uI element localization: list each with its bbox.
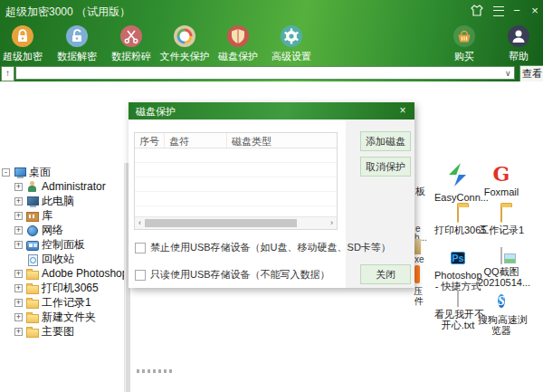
- clipped-icon-label: [137, 369, 175, 373]
- folder-icon: [26, 282, 39, 294]
- folder-tree: - 桌面 + Administrator + 此电脑 + 库 + 网络 + 控制…: [2, 165, 122, 339]
- tree-item-new-folder[interactable]: + 新建文件夹: [14, 310, 122, 324]
- tree-item-label: 网络: [42, 223, 63, 238]
- desktop-icon: [14, 167, 26, 178]
- folder-icon: [26, 297, 39, 309]
- close-dialog-button[interactable]: 关闭: [360, 264, 411, 284]
- address-input[interactable]: [15, 66, 515, 80]
- close-icon[interactable]: ×: [396, 104, 409, 117]
- expander-icon[interactable]: +: [14, 328, 23, 336]
- tree-item-label: 新建文件夹: [42, 310, 96, 325]
- window-chrome: 超级加密3000 （试用版） − × 超级加密 数据解密 数据粉碎 文件夹保护: [0, 0, 543, 81]
- view-button[interactable]: 查看: [519, 65, 543, 82]
- scroll-left-icon[interactable]: ‹: [135, 217, 145, 228]
- checkbox[interactable]: [135, 243, 146, 253]
- tree-item-adobe-photoshop[interactable]: + Adobe Photoshop CS5: [14, 266, 122, 281]
- expander-icon[interactable]: +: [14, 270, 23, 278]
- menu-icon[interactable]: [491, 4, 507, 18]
- toolbar-item-help[interactable]: 帮助: [490, 24, 543, 63]
- tree-item-network[interactable]: + 网络: [14, 223, 122, 237]
- control-panel-icon: [26, 239, 39, 251]
- tree-item-libraries[interactable]: + 库: [14, 208, 122, 223]
- expander-icon[interactable]: +: [14, 226, 23, 234]
- toolbar-label: 超级加密: [0, 50, 52, 63]
- expander-icon[interactable]: +: [14, 313, 23, 321]
- gear-icon: [280, 24, 303, 48]
- occluded-label-fragment: xe: [414, 254, 424, 264]
- tree-item-label: 此电脑: [42, 194, 74, 209]
- scrollbar-thumb[interactable]: [145, 219, 297, 227]
- photoshop-icon: Ps: [451, 252, 464, 264]
- toolbar-item-disk-protect[interactable]: 磁盘保护: [209, 24, 267, 63]
- recycle-bin-icon: [26, 253, 39, 265]
- tree-item-administrator[interactable]: + Administrator: [14, 179, 122, 194]
- desktop-item-easyconnect[interactable]: EasyConn...: [434, 163, 481, 204]
- checkbox-label: 只读使用USB存储设备（不能写入数据）: [150, 268, 330, 282]
- toolbar-item-shred[interactable]: 数据粉碎: [102, 24, 160, 63]
- expander-icon[interactable]: +: [14, 183, 23, 191]
- cancel-protection-button[interactable]: 取消保护: [360, 157, 411, 177]
- tree-item-work-record[interactable]: + 工作记录1: [14, 295, 122, 310]
- desktop-item-qq-screenshot[interactable]: QQ截图20210514...: [478, 248, 525, 288]
- expander-icon[interactable]: -: [2, 168, 10, 177]
- readonly-usb-checkbox-row: 只读使用USB存储设备（不能写入数据）: [135, 268, 330, 282]
- tree-item-printer3065[interactable]: + 打印机3065: [14, 281, 122, 295]
- library-icon: [26, 210, 39, 222]
- scroll-right-icon[interactable]: ›: [327, 217, 337, 228]
- checkbox-label: 禁止使用USB存储设备（如U盘、移动硬盘、SD卡等）: [150, 241, 391, 254]
- folder-icon: [26, 268, 39, 280]
- desktop-item-foxmail[interactable]: G Foxmail: [478, 163, 525, 198]
- toolbar-item-super-encrypt[interactable]: 超级加密: [0, 24, 52, 63]
- tree-item-label: 主要图: [42, 324, 74, 339]
- tree-item-label: 工作记录1: [42, 295, 91, 311]
- basket-icon: [452, 24, 476, 48]
- toolbar-item-buy[interactable]: 购买: [435, 24, 493, 63]
- up-arrow-button[interactable]: ↑: [1, 66, 14, 81]
- folder-icon: [500, 206, 502, 223]
- toolbar-item-decrypt[interactable]: 数据解密: [48, 24, 106, 63]
- dialog-title: 磁盘保护: [136, 105, 176, 119]
- desktop-item-photoshop[interactable]: Ps Photoshop- 快捷方式: [434, 248, 481, 292]
- expander-icon[interactable]: +: [14, 241, 23, 249]
- table-row: [135, 148, 337, 163]
- add-disk-button[interactable]: 添加磁盘: [360, 131, 411, 151]
- tree-item-recycle-bin[interactable]: 回收站: [14, 252, 122, 266]
- minimize-icon[interactable]: −: [509, 4, 525, 18]
- toolbar-item-advanced-settings[interactable]: 高级设置: [262, 24, 320, 63]
- tree-item-label: 桌面: [29, 165, 51, 180]
- unlock-icon: [65, 24, 89, 48]
- expander-icon[interactable]: +: [14, 197, 23, 206]
- chevron-down-icon[interactable]: ∨: [505, 69, 511, 78]
- folder-guard-icon: [173, 24, 196, 48]
- checkbox[interactable]: [135, 270, 146, 281]
- expander-icon[interactable]: +: [14, 212, 23, 220]
- expander-icon[interactable]: +: [14, 284, 23, 292]
- desktop-item-printer3065[interactable]: 打印机3065: [434, 206, 481, 236]
- user-icon: [26, 181, 39, 193]
- toolbar-item-folder-protect[interactable]: 文件夹保护: [156, 24, 214, 63]
- tree-item-label: 打印机3065: [42, 281, 99, 296]
- desktop-item-sogou-browser[interactable]: S 搜狗高速浏览器: [478, 291, 525, 336]
- toolbar-label: 文件夹保护: [156, 50, 214, 63]
- table-row: [135, 163, 337, 177]
- scissors-icon: [119, 24, 143, 48]
- tree-item-desktop[interactable]: - 桌面: [2, 165, 122, 179]
- occluded-file-icon: [414, 265, 420, 283]
- tree-item-this-pc[interactable]: + 此电脑: [14, 194, 122, 208]
- skin-icon[interactable]: [469, 5, 485, 19]
- tree-item-control-panel[interactable]: + 控制面板: [14, 237, 122, 252]
- tree-item-label: 回收站: [42, 252, 74, 267]
- tree-item-main-pictures[interactable]: + 主要图: [14, 324, 122, 339]
- horizontal-scrollbar[interactable]: ‹ ›: [135, 216, 337, 229]
- toolbar-label: 磁盘保护: [209, 50, 267, 63]
- desktop-item-work-record[interactable]: 工作记录1: [478, 206, 525, 236]
- tree-item-label: 库: [42, 208, 52, 224]
- image-file-icon: [500, 247, 502, 264]
- column-header-drive-letter: 盘符: [165, 133, 227, 148]
- protected-disk-table[interactable]: 序号 盘符 磁盘类型 ‹ ›: [134, 132, 338, 230]
- expander-icon[interactable]: +: [14, 299, 23, 307]
- desktop-item-txt-file[interactable]: 看见我开不开心.txt: [434, 291, 481, 330]
- close-icon[interactable]: ×: [527, 4, 543, 18]
- occluded-label-fragment: 件: [414, 295, 424, 308]
- dialog-titlebar[interactable]: 磁盘保护 ×: [129, 102, 414, 120]
